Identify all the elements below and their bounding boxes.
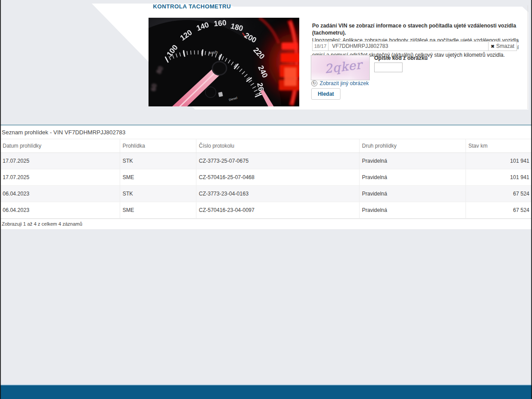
cell-type: Pravidelná: [359, 202, 466, 219]
cell-protocol: CZ-570416-23-04-0097: [196, 202, 359, 219]
clear-button[interactable]: ✖ Smazat: [489, 41, 517, 51]
cell-type: Pravidelná: [359, 153, 466, 169]
panel-border: [528, 5, 528, 109]
table-header-row: Datum prohlídky Prohlídka Číslo protokol…: [0, 139, 532, 153]
speedometer-number: 160: [214, 19, 227, 28]
search-button[interactable]: Hledat: [311, 88, 340, 100]
cell-type: Pravidelná: [359, 169, 466, 186]
cell-km: 67 524: [466, 186, 532, 202]
col-header-km: Stav km: [466, 139, 532, 153]
cell-inspection: STK: [120, 153, 196, 169]
vin-input-group: 18/17 ✖ Smazat: [312, 41, 517, 51]
refresh-captcha-link[interactable]: ↻ Zobrazit jiný obrázek: [311, 80, 369, 86]
captcha-code-text: 2qker: [324, 58, 363, 76]
captcha-input[interactable]: [374, 63, 403, 72]
cell-protocol: CZ-3773-23-04-0163: [196, 186, 359, 202]
results-summary: Zobrazuji 1 až 4 z celkem 4 záznamů: [0, 219, 532, 229]
cell-date: 06.04.2023: [0, 202, 120, 219]
vin-input[interactable]: [328, 41, 489, 51]
cell-date: 06.04.2023: [0, 186, 120, 202]
content-background: [0, 229, 532, 384]
clear-x-icon: ✖: [491, 44, 494, 49]
cell-km: 101 941: [466, 169, 532, 186]
speedometer-faint-number: 60: [149, 83, 158, 91]
results-section: Seznam prohlídek - VIN VF7DDHMRPJJ802783…: [0, 125, 532, 229]
results-title: Seznam prohlídek - VIN VF7DDHMRPJJ802783: [0, 125, 532, 139]
cell-protocol: CZ-3773-25-07-0675: [196, 153, 359, 169]
screen-edge-left: [0, 0, 1, 399]
cell-protocol: CZ-570416-25-07-0468: [196, 169, 359, 186]
inspections-table: Datum prohlídky Prohlídka Číslo protokol…: [0, 139, 532, 219]
captcha-label: Opište kód z obrázku: [374, 55, 428, 61]
col-header-protocol: Číslo protokolu: [196, 139, 359, 153]
clear-button-label: Smazat: [496, 43, 514, 49]
cell-inspection: STK: [120, 186, 196, 202]
captcha-image: 2qker: [311, 55, 370, 80]
col-header-date: Datum prohlídky: [0, 139, 120, 153]
cell-km: 67 524: [466, 202, 532, 219]
table-row: 17.07.2025 SME CZ-570416-25-07-0468 Prav…: [0, 169, 532, 186]
cell-inspection: SME: [120, 169, 196, 186]
table-row: 17.07.2025 STK CZ-3773-25-07-0675 Pravid…: [0, 153, 532, 169]
footer-bar: [0, 385, 532, 399]
vin-char-counter: 18/17: [312, 41, 328, 51]
intro-lead: Po zadání VIN se zobrazí informace o sta…: [312, 22, 519, 37]
cell-inspection: SME: [120, 202, 196, 219]
table-row: 06.04.2023 STK CZ-3773-23-04-0163 Pravid…: [0, 186, 532, 202]
refresh-icon: ↻: [311, 80, 317, 86]
cell-date: 17.07.2025: [0, 169, 120, 186]
header-section: KONTROLA TACHOMETRU: [0, 0, 532, 125]
cell-km: 101 941: [466, 153, 532, 169]
intro-text: Po zadání VIN se zobrazí informace o sta…: [312, 22, 519, 59]
table-row: 06.04.2023 SME CZ-570416-23-04-0097 Prav…: [0, 202, 532, 219]
cell-date: 17.07.2025: [0, 153, 120, 169]
speedometer-image: 100 120 140 160 180 200 220 240 260 80 6…: [149, 18, 299, 106]
page-title: KONTROLA TACHOMETRU: [153, 3, 231, 10]
col-header-inspection: Prohlídka: [120, 139, 196, 153]
speedometer-unit-label: km/h: [209, 50, 218, 55]
cell-type: Pravidelná: [359, 186, 466, 202]
refresh-link-label: Zobrazit jiný obrázek: [320, 80, 369, 86]
col-header-type: Druh prohlídky: [359, 139, 466, 153]
